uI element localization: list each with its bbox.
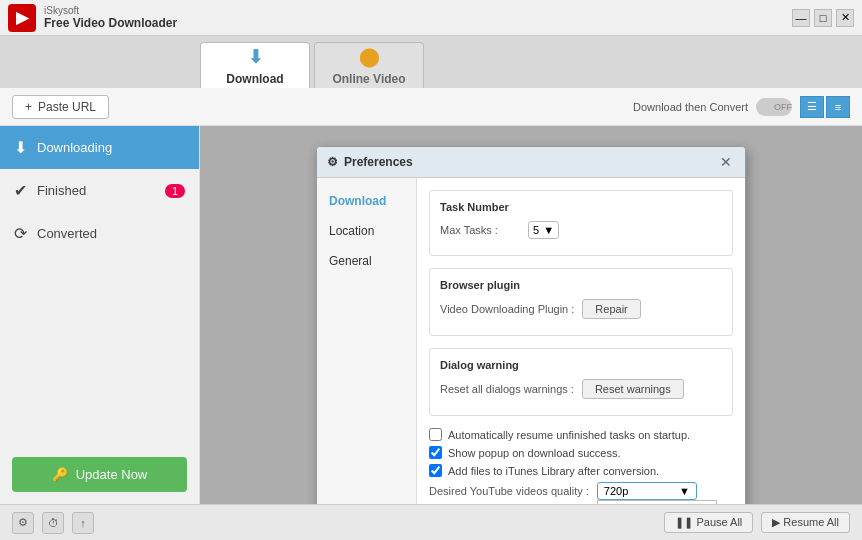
sidebar-finished-label: Finished <box>37 183 86 198</box>
download-convert-label: Download then Convert <box>633 101 748 113</box>
tabbar: ⬇ Download ⬤ Online Video <box>0 36 862 88</box>
modal-main-content: Task Number Max Tasks : 5 ▼ Br <box>417 178 745 504</box>
browser-plugin-section: Browser plugin Video Downloading Plugin … <box>429 268 733 336</box>
tab-download[interactable]: ⬇ Download <box>200 42 310 88</box>
sidebar-item-downloading[interactable]: ⬇ Downloading <box>0 126 199 169</box>
auto-resume-row: Automatically resume unfinished tasks on… <box>429 428 733 441</box>
clock-button[interactable]: ⏱ <box>42 512 64 534</box>
modal-title: ⚙ Preferences <box>327 155 413 169</box>
max-tasks-row: Max Tasks : 5 ▼ <box>440 221 722 239</box>
modal-nav-location[interactable]: Location <box>317 216 416 246</box>
statusbar-left: ⚙ ⏱ ↑ <box>12 512 94 534</box>
app-icon: ▶ <box>8 4 36 32</box>
max-tasks-label: Max Tasks : <box>440 224 520 236</box>
titlebar: ▶ iSkysoft Free Video Downloader — □ ✕ <box>0 0 862 36</box>
plugin-label: Video Downloading Plugin : <box>440 303 574 315</box>
reset-warnings-button[interactable]: Reset warnings <box>582 379 684 399</box>
content-area: 🎬 drag and drop video area ⚙ Preferences… <box>200 126 862 504</box>
online-video-tab-icon: ⬤ <box>359 46 379 68</box>
list-view-button[interactable]: ≡ <box>826 96 850 118</box>
app-name-line1: iSkysoft <box>44 5 177 16</box>
statusbar: ⚙ ⏱ ↑ ❚❚ Pause All ▶ Resume All <box>0 504 862 540</box>
youtube-quality-label: Desired YouTube videos quality : <box>429 485 589 497</box>
youtube-quality-chevron: ▼ <box>679 485 690 497</box>
modal-body: Download Location General Task Number Ma… <box>317 178 745 504</box>
pause-all-button[interactable]: ❚❚ Pause All <box>664 512 753 533</box>
tab-online-video[interactable]: ⬤ Online Video <box>314 42 424 88</box>
gear-button[interactable]: ⚙ <box>12 512 34 534</box>
reset-label: Reset all dialogs warnings : <box>440 383 574 395</box>
finished-badge: 1 <box>165 184 185 198</box>
paste-url-label: Paste URL <box>38 100 96 114</box>
close-button[interactable]: ✕ <box>836 9 854 27</box>
up-icon: ↑ <box>80 517 86 529</box>
clock-icon: ⏱ <box>48 517 59 529</box>
max-tasks-chevron: ▼ <box>543 224 554 236</box>
download-tab-icon: ⬇ <box>248 46 263 68</box>
task-number-section: Task Number Max Tasks : 5 ▼ <box>429 190 733 256</box>
toolbar: + Paste URL Download then Convert OFF ☰ … <box>0 88 862 126</box>
converted-icon: ⟳ <box>14 224 27 243</box>
view-buttons: ☰ ≡ <box>800 96 850 118</box>
task-number-title: Task Number <box>440 201 722 213</box>
titlebar-left: ▶ iSkysoft Free Video Downloader <box>8 4 177 32</box>
sidebar: ⬇ Downloading ✔ Finished 1 ⟳ Converted 🔑… <box>0 126 200 504</box>
youtube-quality-dropdown-container: 720p ▼ 2160p 1440p 1080p 720p 480p <box>597 482 697 500</box>
sidebar-downloading-label: Downloading <box>37 140 112 155</box>
update-label: Update Now <box>76 467 148 482</box>
app-title: iSkysoft Free Video Downloader <box>44 5 177 30</box>
add-itunes-label: Add files to iTunes Library after conver… <box>448 465 659 477</box>
youtube-quality-input[interactable]: 720p ▼ <box>597 482 697 500</box>
add-itunes-row: Add files to iTunes Library after conver… <box>429 464 733 477</box>
auto-resume-checkbox[interactable] <box>429 428 442 441</box>
window-controls[interactable]: — □ ✕ <box>792 9 854 27</box>
modal-nav: Download Location General <box>317 178 417 504</box>
app-name-line2: Free Video Downloader <box>44 16 177 30</box>
maximize-button[interactable]: □ <box>814 9 832 27</box>
auto-resume-label: Automatically resume unfinished tasks on… <box>448 429 690 441</box>
tab-online-video-label: Online Video <box>332 72 405 86</box>
youtube-quality-row: Desired YouTube videos quality : 720p ▼ … <box>429 482 733 500</box>
show-popup-label: Show popup on download success. <box>448 447 620 459</box>
add-itunes-checkbox[interactable] <box>429 464 442 477</box>
plugin-row: Video Downloading Plugin : Repair <box>440 299 722 319</box>
download-convert-toggle[interactable]: OFF <box>756 98 792 116</box>
show-popup-checkbox[interactable] <box>429 446 442 459</box>
update-now-button[interactable]: 🔑 Update Now <box>12 457 187 492</box>
tab-download-label: Download <box>226 72 283 86</box>
modal-nav-download[interactable]: Download <box>317 186 416 216</box>
youtube-quality-selected: 720p <box>604 485 628 497</box>
dialog-warning-section: Dialog warning Reset all dialogs warning… <box>429 348 733 416</box>
minimize-button[interactable]: — <box>792 9 810 27</box>
quality-option-2160p[interactable]: 2160p <box>598 501 716 504</box>
youtube-quality-list: 2160p 1440p 1080p 720p 480p 360p 240p <box>597 500 717 504</box>
show-popup-row: Show popup on download success. <box>429 446 733 459</box>
max-tasks-select[interactable]: 5 ▼ <box>528 221 559 239</box>
statusbar-right: ❚❚ Pause All ▶ Resume All <box>664 512 850 533</box>
downloading-icon: ⬇ <box>14 138 27 157</box>
resume-all-button[interactable]: ▶ Resume All <box>761 512 850 533</box>
sidebar-item-finished[interactable]: ✔ Finished 1 <box>0 169 199 212</box>
max-tasks-value: 5 <box>533 224 539 236</box>
toolbar-right: Download then Convert OFF ☰ ≡ <box>633 96 850 118</box>
preferences-modal: ⚙ Preferences ✕ Download Location Genera… <box>316 146 746 504</box>
grid-view-button[interactable]: ☰ <box>800 96 824 118</box>
update-icon: 🔑 <box>52 467 68 482</box>
modal-title-icon: ⚙ <box>327 155 338 169</box>
modal-title-text: Preferences <box>344 155 413 169</box>
repair-button[interactable]: Repair <box>582 299 640 319</box>
modal-overlay: ⚙ Preferences ✕ Download Location Genera… <box>200 126 862 504</box>
modal-close-button[interactable]: ✕ <box>717 153 735 171</box>
modal-nav-general[interactable]: General <box>317 246 416 276</box>
sidebar-converted-label: Converted <box>37 226 97 241</box>
paste-url-icon: + <box>25 100 32 114</box>
sidebar-item-converted[interactable]: ⟳ Converted <box>0 212 199 255</box>
browser-plugin-title: Browser plugin <box>440 279 722 291</box>
paste-url-button[interactable]: + Paste URL <box>12 95 109 119</box>
dialog-warning-title: Dialog warning <box>440 359 722 371</box>
reset-warnings-row: Reset all dialogs warnings : Reset warni… <box>440 379 722 399</box>
finished-icon: ✔ <box>14 181 27 200</box>
up-button[interactable]: ↑ <box>72 512 94 534</box>
toggle-state-label: OFF <box>774 102 792 112</box>
modal-titlebar: ⚙ Preferences ✕ <box>317 147 745 178</box>
